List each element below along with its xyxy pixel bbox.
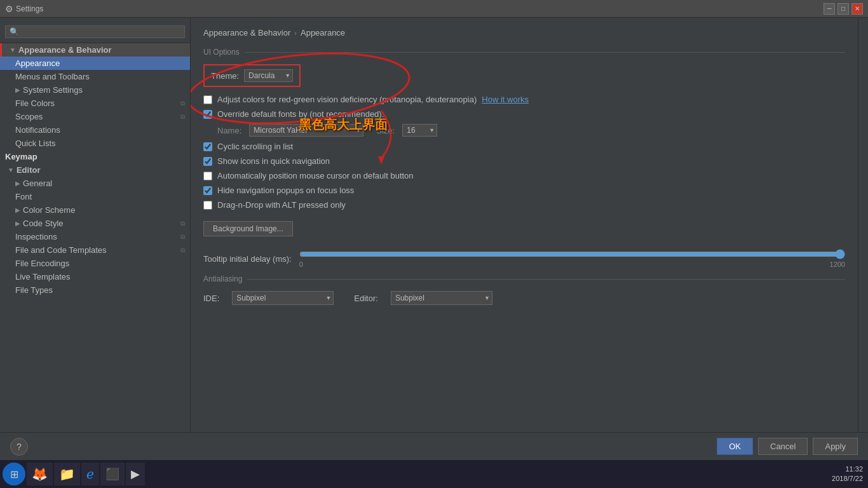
font-size-select-wrapper: 16 12 14 18 ▼ (402, 124, 437, 137)
start-button[interactable]: ⊞ (3, 463, 25, 485)
option-auto-mouse: Automatically position mouse cursor on d… (203, 171, 845, 180)
checkbox-override-fonts[interactable] (203, 110, 212, 119)
sidebar-label: System Settings (23, 85, 83, 95)
sidebar-label: File Types (15, 285, 53, 295)
font-name-label: Name: (217, 126, 241, 135)
checkbox-cyclic-scrolling[interactable] (203, 142, 212, 151)
sidebar-label: Live Templates (15, 272, 70, 281)
sidebar-item-system-settings[interactable]: ▶ System Settings (0, 83, 190, 97)
sidebar-label: Quick Lists (15, 139, 56, 148)
slider-range-labels: 0 1200 (299, 261, 845, 268)
editor-label: Editor: (354, 294, 378, 303)
checkbox-show-icons[interactable] (203, 157, 212, 166)
tooltip-delay-slider-container: 0 1200 (299, 249, 845, 268)
sidebar-item-appearance[interactable]: Appearance (0, 57, 190, 70)
sidebar-item-quick-lists[interactable]: Quick Lists (0, 137, 190, 150)
content-area: Appearance & Behavior › Appearance UI Op… (191, 18, 858, 432)
expand-arrow: ▶ (15, 180, 20, 187)
checkbox-drag-drop[interactable] (203, 201, 212, 210)
font-name-select[interactable]: Microsoft YaHei (249, 124, 363, 137)
label-override-fonts: Override default fonts by (not recommend… (217, 109, 384, 119)
option-override-fonts: Override default fonts by (not recommend… (203, 109, 845, 119)
settings-icon: ⚙ (5, 4, 13, 14)
sidebar-item-live-templates[interactable]: Live Templates (0, 270, 190, 283)
apply-button[interactable]: Apply (813, 438, 858, 455)
copy-icon: ⧉ (180, 220, 185, 227)
taskbar-ide[interactable]: ⬛ (100, 463, 125, 485)
font-size-select[interactable]: 16 12 14 18 (402, 124, 437, 137)
close-button[interactable]: ✕ (851, 3, 863, 15)
sidebar-item-font[interactable]: Font (0, 190, 190, 203)
sidebar-item-file-encodings[interactable]: File Encodings (0, 257, 190, 270)
sidebar-label: Appearance & Behavior (18, 45, 112, 55)
sidebar-label: File Encodings (15, 259, 69, 268)
window-controls: ─ □ ✕ (824, 3, 863, 15)
sidebar-label: Notifications (15, 125, 60, 135)
ok-button[interactable]: OK (717, 438, 753, 455)
taskbar-app1[interactable]: 📁 (54, 463, 80, 485)
copy-icon: ⧉ (180, 233, 185, 241)
sidebar-item-inspections[interactable]: Inspections ⧉ (0, 230, 190, 243)
taskbar-browser2[interactable]: ℯ (81, 463, 99, 485)
option-drag-drop: Drag-n-Drop with ALT pressed only (203, 200, 845, 210)
how-it-works-link[interactable]: How it works (482, 95, 529, 104)
copy-icon: ⧉ (180, 247, 185, 254)
sidebar-label: General (23, 179, 52, 188)
label-auto-mouse: Automatically position mouse cursor on d… (217, 171, 414, 180)
label-adjust-colors: Adjust colors for red-green vision defic… (217, 95, 477, 104)
taskbar-media[interactable]: ▶ (126, 463, 145, 485)
font-name-select-wrapper: Microsoft YaHei ▼ (249, 124, 363, 137)
label-drag-drop: Drag-n-Drop with ALT pressed only (217, 200, 346, 210)
minimize-button[interactable]: ─ (824, 3, 835, 15)
checkbox-auto-mouse[interactable] (203, 172, 212, 180)
title-bar: ⚙ Settings ─ □ ✕ (0, 0, 868, 18)
checkbox-adjust-colors[interactable] (203, 95, 212, 104)
sidebar-item-scopes[interactable]: Scopes ⧉ (0, 110, 190, 123)
sidebar-item-file-colors[interactable]: File Colors ⧉ (0, 97, 190, 110)
sidebar-label: Menus and Toolbars (15, 72, 90, 81)
label-cyclic-scrolling: Cyclic scrolling in list (217, 142, 293, 151)
sidebar-item-keymap[interactable]: Keymap (0, 150, 190, 163)
sidebar-item-file-types[interactable]: File Types (0, 283, 190, 297)
font-size-label: Size: (376, 126, 395, 135)
expand-arrow: ▼ (10, 46, 16, 53)
checkbox-hide-nav[interactable] (203, 186, 212, 195)
editor-antialias-select[interactable]: Subpixel Greyscale None (391, 291, 492, 305)
label-hide-nav: Hide navigation popups on focus loss (217, 186, 354, 195)
search-input[interactable] (5, 25, 185, 38)
ide-antialias-select[interactable]: Subpixel Greyscale None (232, 291, 334, 305)
sidebar-item-menus-toolbars[interactable]: Menus and Toolbars (0, 70, 190, 83)
ide-select-wrapper: Subpixel Greyscale None ▼ (232, 291, 334, 305)
ui-options-title: UI Options (203, 48, 845, 57)
theme-select[interactable]: Darcula IntelliJ Windows (244, 69, 293, 82)
copy-icon: ⧉ (180, 113, 185, 121)
sidebar: ▼ Appearance & Behavior Appearance Menus… (0, 18, 191, 432)
expand-arrow: ▶ (15, 86, 20, 93)
sidebar-item-color-scheme[interactable]: ▶ Color Scheme (0, 203, 190, 217)
editor-select-wrapper: Subpixel Greyscale None ▼ (391, 291, 492, 305)
theme-select-wrapper: Darcula IntelliJ Windows ▼ (244, 69, 293, 82)
expand-arrow: ▶ (15, 207, 20, 214)
background-image-button[interactable]: Background Image... (203, 221, 293, 236)
slider-max-label: 1200 (830, 261, 845, 268)
cancel-button[interactable]: Cancel (758, 438, 808, 455)
right-scrollbar[interactable] (858, 18, 868, 432)
slider-min-label: 0 (299, 261, 303, 268)
sidebar-item-appearance-behavior[interactable]: ▼ Appearance & Behavior (0, 43, 190, 57)
theme-row: Theme: Darcula IntelliJ Windows ▼ (203, 64, 301, 87)
option-cyclic-scrolling: Cyclic scrolling in list (203, 142, 845, 151)
antialiasing-row: IDE: Subpixel Greyscale None ▼ Editor: S… (203, 291, 845, 305)
expand-arrow: ▶ (15, 220, 20, 227)
sidebar-item-file-code-templates[interactable]: File and Code Templates ⧉ (0, 243, 190, 257)
bottom-bar: ? OK Cancel Apply (0, 432, 868, 460)
taskbar-browser1[interactable]: 🦊 (27, 463, 53, 485)
maximize-button[interactable]: □ (837, 3, 849, 15)
help-button[interactable]: ? (10, 438, 28, 456)
tooltip-delay-row: Tooltip initial delay (ms): 0 1200 (203, 249, 845, 268)
sidebar-item-code-style[interactable]: ▶ Code Style ⧉ (0, 217, 190, 230)
sidebar-item-general[interactable]: ▶ General (0, 177, 190, 190)
tooltip-delay-slider[interactable] (299, 249, 845, 259)
sidebar-item-editor[interactable]: ▼ Editor (0, 163, 190, 177)
sidebar-label: Font (15, 192, 32, 201)
sidebar-item-notifications[interactable]: Notifications (0, 123, 190, 137)
